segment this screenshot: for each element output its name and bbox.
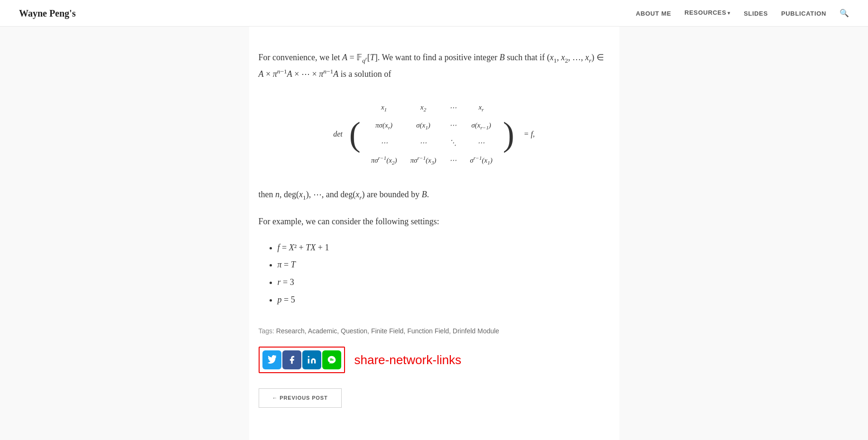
tag-research[interactable]: Research <box>276 327 305 335</box>
tag-function-field[interactable]: Function Field <box>407 327 449 335</box>
cell-2-3: ⋯ <box>449 118 457 132</box>
cell-1-1: x1 <box>371 100 397 115</box>
cell-2-1: πσ(xr) <box>371 118 397 133</box>
post-navigation: ← PREVIOUS POST <box>259 388 610 408</box>
list-item: π = T <box>278 257 610 272</box>
cell-3-4: ⋯ <box>470 136 492 150</box>
cell-4-2: πσr−1(x3) <box>410 153 436 168</box>
tag-drinfeld[interactable]: Drinfeld <box>453 327 476 335</box>
search-icon[interactable]: 🔍 <box>840 9 849 17</box>
cell-4-3: ⋯ <box>449 153 457 167</box>
previous-post-button[interactable]: ← PREVIOUS POST <box>259 388 342 408</box>
nav-publication[interactable]: PUBLICATION <box>781 10 826 17</box>
cell-3-3: ⋱ <box>449 136 457 150</box>
tag-academic[interactable]: Academic <box>308 327 337 335</box>
tags-label: Tags: <box>259 327 276 335</box>
intro-paragraph: For convenience, we let A = 𝔽qr[T]. We w… <box>259 50 610 81</box>
tag-question[interactable]: Question <box>341 327 367 335</box>
site-brand[interactable]: Wayne Peng's <box>19 5 75 21</box>
cell-4-1: πσr−1(x2) <box>371 153 397 168</box>
nav-slides[interactable]: SLIDES <box>744 10 768 17</box>
matrix-display: det ( x1 x2 ⋯ xr πσ(xr) σ(x1) ⋯ σ(xr−1) … <box>333 96 535 172</box>
matrix-equation: det ( x1 x2 ⋯ xr πσ(xr) σ(x1) ⋯ σ(xr−1) … <box>259 96 610 172</box>
share-icons-group <box>259 347 345 373</box>
navigation: Wayne Peng's ABOUT ME RESOURCES ▾ SLIDES… <box>0 0 868 27</box>
bound-text: then n, deg(x1), ⋯, and deg(xr) are boun… <box>259 187 610 203</box>
bound-paragraph: then n, deg(x1), ⋯, and deg(xr) are boun… <box>259 187 610 203</box>
intro-text: For convenience, we let A = 𝔽qr[T]. We w… <box>259 50 610 81</box>
equation-result: = f, <box>524 127 535 142</box>
cell-1-3: ⋯ <box>449 101 457 115</box>
tag-finite-field[interactable]: Finite Field <box>371 327 403 335</box>
cell-2-4: σ(xr−1) <box>470 118 492 133</box>
example-paragraph: For example, we can consider the followi… <box>259 214 610 229</box>
cell-2-2: σ(x1) <box>410 118 436 133</box>
list-item: r = 3 <box>278 275 610 290</box>
tag-module[interactable]: Module <box>477 327 499 335</box>
svg-point-0 <box>308 356 309 358</box>
settings-list: f = X² + TX + 1 π = T r = 3 p = 5 <box>259 240 610 307</box>
cell-4-4: σr−1(x1) <box>470 153 492 168</box>
chevron-down-icon: ▾ <box>728 9 730 17</box>
nav-resources[interactable]: RESOURCES ▾ <box>684 8 730 18</box>
left-paren: ( <box>349 117 361 151</box>
line-share-button[interactable] <box>322 350 341 369</box>
share-network-label: share-network-links <box>355 349 461 370</box>
linkedin-share-button[interactable] <box>302 350 321 369</box>
example-text: For example, we can consider the followi… <box>259 214 610 229</box>
cell-3-1: ⋯ <box>371 136 397 150</box>
tags-section: Tags: Research, Academic, Question, Fini… <box>259 326 610 337</box>
det-label: det <box>333 127 343 142</box>
twitter-share-button[interactable] <box>262 350 281 369</box>
main-content: For convenience, we let A = 𝔽qr[T]. We w… <box>249 27 619 440</box>
right-paren: ) <box>503 117 514 151</box>
list-item: p = 5 <box>278 293 610 307</box>
nav-about[interactable]: ABOUT ME <box>636 10 672 17</box>
matrix-cells: x1 x2 ⋯ xr πσ(xr) σ(x1) ⋯ σ(xr−1) ⋯ ⋯ ⋱ … <box>365 96 498 172</box>
list-item: f = X² + TX + 1 <box>278 240 610 255</box>
facebook-share-button[interactable] <box>282 350 301 369</box>
cell-3-2: ⋯ <box>410 136 436 150</box>
cell-1-4: xr <box>470 100 492 115</box>
share-section: share-network-links <box>259 347 610 373</box>
cell-1-2: x2 <box>410 100 436 115</box>
nav-menu: ABOUT ME RESOURCES ▾ SLIDES PUBLICATION … <box>636 6 849 20</box>
